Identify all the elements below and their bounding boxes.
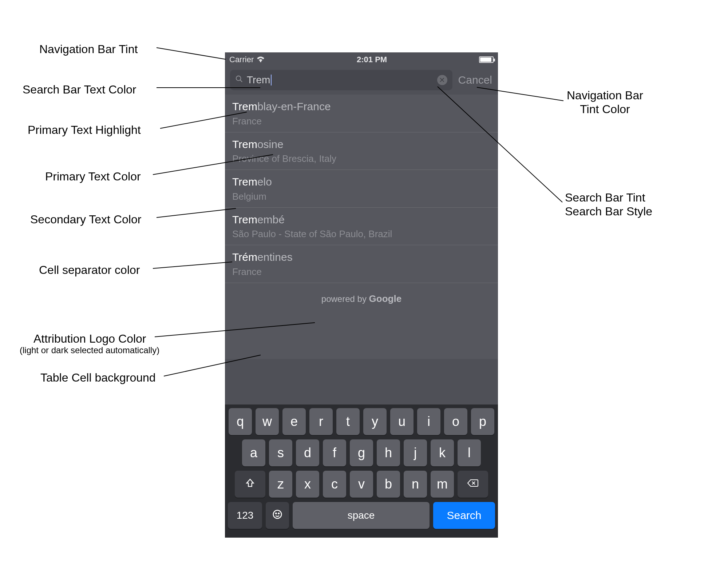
results-list: Tremblay-en-France France Tremosine Prov… — [225, 95, 498, 359]
key-p[interactable]: p — [471, 408, 494, 435]
key-l[interactable]: l — [458, 439, 481, 466]
key-d[interactable]: d — [296, 439, 319, 466]
key-v[interactable]: v — [350, 471, 373, 498]
svg-line-12 — [153, 262, 232, 268]
key-shift[interactable] — [235, 471, 265, 498]
key-w[interactable]: w — [256, 408, 279, 435]
primary-text: Trémentines — [232, 250, 491, 264]
key-i[interactable]: i — [417, 408, 440, 435]
key-backspace[interactable] — [458, 471, 488, 498]
key-e[interactable]: e — [282, 408, 306, 435]
primary-text: Tremblay-en-France — [232, 100, 491, 113]
key-x[interactable]: x — [296, 471, 319, 498]
key-f[interactable]: f — [323, 439, 346, 466]
annot-search-bar-tint-style: Search Bar Tint Search Bar Style — [565, 191, 652, 219]
annot-secondary-text-color: Secondary Text Color — [30, 212, 141, 226]
clock-label: 2:01 PM — [357, 55, 387, 64]
search-icon — [235, 75, 243, 85]
status-right — [479, 56, 494, 63]
annot-cell-separator-color: Cell separator color — [39, 263, 140, 277]
key-space[interactable]: space — [293, 502, 430, 529]
key-t[interactable]: t — [336, 408, 360, 435]
annot-table-cell-bg: Table Cell background — [40, 371, 156, 384]
secondary-text: France — [232, 266, 491, 278]
navigation-bar: Trem ✕ Cancel — [225, 67, 498, 95]
annot-search-bar-text-color: Search Bar Text Color — [23, 83, 136, 96]
annot-primary-text-highlight: Primary Text Highlight — [28, 123, 141, 137]
key-y[interactable]: y — [363, 408, 387, 435]
cancel-button[interactable]: Cancel — [458, 72, 493, 88]
svg-line-1 — [240, 80, 242, 82]
key-a[interactable]: a — [242, 439, 265, 466]
key-m[interactable]: m — [431, 471, 454, 498]
key-n[interactable]: n — [404, 471, 427, 498]
key-o[interactable]: o — [444, 408, 467, 435]
list-item[interactable]: Tremosine Province of Brescia, Italy — [225, 132, 498, 170]
secondary-text: São Paulo - State of São Paulo, Brazil — [232, 228, 491, 240]
list-item[interactable]: Tremembé São Paulo - State of São Paulo,… — [225, 208, 498, 246]
key-r[interactable]: r — [309, 408, 333, 435]
key-b[interactable]: b — [377, 471, 400, 498]
key-j[interactable]: j — [404, 439, 427, 466]
key-numbers[interactable]: 123 — [228, 502, 262, 529]
search-input-text: Trem — [247, 74, 272, 86]
shift-icon — [245, 478, 255, 491]
keyboard-row-2: a s d f g h j k l — [228, 439, 495, 466]
secondary-text: Belgium — [232, 191, 491, 202]
annot-attribution-sub: (light or dark selected automatically) — [20, 345, 159, 356]
keyboard-row-4: 123 space Search — [228, 502, 495, 529]
annot-nav-bar-tint: Navigation Bar Tint — [39, 42, 138, 56]
svg-point-5 — [276, 513, 277, 514]
attribution-label: powered by Google — [225, 283, 498, 315]
svg-line-11 — [157, 208, 236, 218]
status-left: Carrier — [229, 55, 265, 64]
primary-text: Tremosine — [232, 137, 491, 151]
battery-icon — [479, 56, 494, 63]
text-cursor — [271, 75, 272, 85]
key-u[interactable]: u — [390, 408, 414, 435]
key-z[interactable]: z — [269, 471, 292, 498]
svg-point-0 — [236, 76, 241, 81]
key-h[interactable]: h — [377, 439, 400, 466]
search-field[interactable]: Trem ✕ — [230, 70, 452, 90]
secondary-text: Province of Brescia, Italy — [232, 153, 491, 164]
annot-nav-bar-tint-color: Navigation Bar Tint Color — [567, 88, 643, 116]
primary-text: Tremelo — [232, 175, 491, 189]
emoji-icon — [272, 508, 283, 523]
list-item[interactable]: Tremblay-en-France France — [225, 95, 498, 132]
keyboard-row-3: z x c v b n m — [228, 471, 495, 498]
key-g[interactable]: g — [350, 439, 373, 466]
status-bar: Carrier 2:01 PM — [225, 52, 498, 67]
diagram-canvas: Carrier 2:01 PM Trem ✕ Cancel — [0, 0, 728, 582]
phone-mock: Carrier 2:01 PM Trem ✕ Cancel — [225, 52, 498, 538]
list-item[interactable]: Trémentines France — [225, 245, 498, 283]
key-s[interactable]: s — [269, 439, 292, 466]
annot-primary-text-color: Primary Text Color — [45, 170, 141, 183]
backspace-icon — [467, 478, 479, 490]
keyboard-row-1: q w e r t y u i o p — [228, 408, 495, 435]
svg-point-4 — [273, 510, 282, 519]
key-emoji[interactable] — [266, 502, 289, 529]
clear-search-button[interactable]: ✕ — [437, 75, 447, 85]
svg-point-6 — [278, 513, 280, 514]
keyboard: q w e r t y u i o p a s d f g h j k l — [225, 404, 498, 538]
list-item[interactable]: Tremelo Belgium — [225, 170, 498, 208]
svg-line-7 — [157, 48, 226, 59]
key-q[interactable]: q — [229, 408, 252, 435]
wifi-icon — [257, 55, 265, 64]
google-logo-text: Google — [369, 293, 402, 304]
secondary-text: France — [232, 116, 491, 127]
carrier-label: Carrier — [229, 55, 254, 64]
annot-attribution-logo-color: Attribution Logo Color — [33, 332, 146, 346]
key-k[interactable]: k — [431, 439, 454, 466]
key-search[interactable]: Search — [433, 502, 495, 529]
table-background-area — [225, 315, 498, 359]
key-c[interactable]: c — [323, 471, 346, 498]
primary-text: Tremembé — [232, 213, 491, 227]
